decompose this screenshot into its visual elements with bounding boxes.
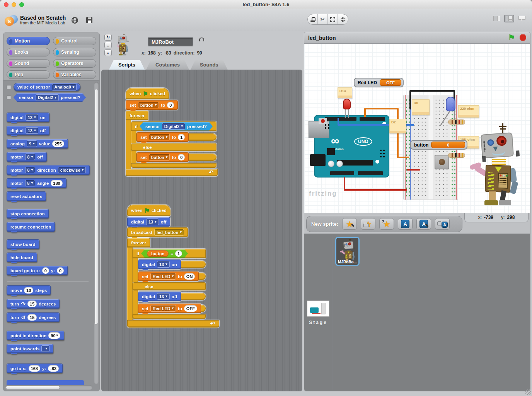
normal-stage-button[interactable] xyxy=(504,15,514,22)
new-letter-sprite-button[interactable]: A xyxy=(398,218,413,230)
block-stack[interactable]: point towards▾ xyxy=(7,344,53,353)
dropdown[interactable]: ▾ xyxy=(41,345,49,352)
block-stack[interactable]: digital13▾off xyxy=(138,292,181,301)
block-stack[interactable]: setbutton▾to1 xyxy=(136,132,189,142)
resize-grip[interactable] xyxy=(525,389,531,395)
block-stack[interactable]: setRed LED▾toOFF xyxy=(138,304,201,313)
scissors-tool-button[interactable]: ✂ xyxy=(318,14,328,24)
dropdown[interactable]: led_button▾ xyxy=(154,229,184,236)
value-dropdown[interactable]: 90▾ xyxy=(48,332,60,339)
paint-new-sprite-button[interactable]: ★✎ xyxy=(342,218,357,230)
block-stack[interactable]: turn↷15degrees xyxy=(7,299,60,309)
c-header[interactable]: ifbutton=1 xyxy=(133,249,206,258)
small-stage-button[interactable] xyxy=(492,15,502,22)
block-stack[interactable]: analog9▾value255 xyxy=(7,139,68,148)
dropdown[interactable]: 13▾ xyxy=(157,261,170,268)
value-input[interactable]: 0 xyxy=(178,154,185,160)
value-input[interactable]: 0 xyxy=(42,267,49,274)
dropdown[interactable]: Analog0▾ xyxy=(52,84,77,90)
no-rotate-style-button[interactable]: ▪ xyxy=(104,50,112,56)
save-button[interactable] xyxy=(84,15,95,25)
dropdown[interactable]: button▾ xyxy=(149,134,170,140)
c-block[interactable]: foreverifsensorDigital2▾pressed?setbutto… xyxy=(126,111,218,176)
category-motion[interactable]: Motion xyxy=(7,37,50,45)
script-stack[interactable]: when⚑clickedsetbutton▾to0foreverifsensor… xyxy=(126,88,218,176)
shrink-sprite-button[interactable] xyxy=(338,14,348,24)
stage[interactable]: ∞ UNO Arduino xyxy=(304,44,530,213)
block-stack[interactable]: digital13▾off xyxy=(127,217,170,227)
dropdown[interactable]: 13▾ xyxy=(146,218,159,225)
boolean-block[interactable]: sensorDigital2▾pressed? xyxy=(140,122,213,131)
c-header[interactable]: forever xyxy=(126,111,148,120)
flip-style-button[interactable]: ↔ xyxy=(104,42,112,48)
dropdown[interactable]: button▾ xyxy=(138,102,159,108)
block-stack[interactable]: reset actuators xyxy=(7,191,46,201)
grow-sprite-button[interactable] xyxy=(328,14,338,24)
value-input[interactable]: 168 xyxy=(29,365,40,372)
dropdown[interactable]: 8▾ xyxy=(25,180,36,186)
category-pen[interactable]: Pen xyxy=(7,70,50,79)
dropdown[interactable]: 9▾ xyxy=(27,140,37,147)
dropdown[interactable]: 13▾ xyxy=(157,293,170,300)
green-flag-button[interactable]: ⚑ xyxy=(508,34,515,41)
tab-costumes[interactable]: Costumes xyxy=(146,60,189,70)
random-sprite-button[interactable]: ★? xyxy=(379,218,394,230)
dropdown[interactable]: 8▾ xyxy=(25,167,36,173)
red-led-watcher[interactable]: Red LED OFF xyxy=(354,78,404,87)
dropdown[interactable]: Digital2▾ xyxy=(36,94,59,101)
value-input[interactable]: 15 xyxy=(27,314,37,321)
block-stack[interactable]: setbutton▾to0 xyxy=(126,100,178,110)
block-stack[interactable]: board go to x:0y:0 xyxy=(7,266,68,275)
block-stack[interactable]: setbutton▾to0 xyxy=(136,152,189,162)
block-stack[interactable]: resume connection xyxy=(7,222,55,232)
c-header[interactable]: forever xyxy=(127,238,150,248)
block-stack[interactable]: motor8▾directionclockwise▾ xyxy=(7,165,90,175)
c-block[interactable]: ifsensorDigital2▾pressed?setbutton▾to1el… xyxy=(131,121,217,168)
block-stack[interactable]: digital13▾on xyxy=(7,113,49,122)
open-sprite-file-button[interactable]: ★ xyxy=(361,218,375,230)
stop-button[interactable] xyxy=(520,34,526,41)
category-variables[interactable]: Variables xyxy=(53,70,96,79)
block-hat[interactable]: when⚑clicked xyxy=(126,88,169,99)
c-block[interactable]: ifbutton=1digital13▾onsetRed LED▾toONels… xyxy=(133,249,206,319)
value-input[interactable]: OFF xyxy=(184,305,197,312)
script-stack[interactable]: when⚑clickeddigital13▾offbroadcastled_bu… xyxy=(127,205,219,328)
category-looks[interactable]: Looks xyxy=(7,48,50,56)
variable-reporter[interactable]: button xyxy=(147,250,169,257)
value-input[interactable]: ON xyxy=(184,273,195,280)
value-input[interactable]: 10 xyxy=(24,287,33,294)
block-hat[interactable]: when⚑clicked xyxy=(127,205,171,216)
value-input[interactable]: 255 xyxy=(52,140,64,147)
dropdown[interactable]: 13▾ xyxy=(26,127,38,134)
block-stack[interactable]: setRed LED▾toON xyxy=(138,271,199,281)
value-input[interactable]: 1 xyxy=(178,134,185,140)
dropdown[interactable]: Red LED▾ xyxy=(150,273,176,280)
block-stack[interactable]: go to x:168y:-83 xyxy=(7,364,63,373)
palette-vertical-scrollbar[interactable] xyxy=(94,82,99,384)
dropdown[interactable]: Red LED▾ xyxy=(150,305,176,312)
value-input[interactable]: 1 xyxy=(175,250,182,257)
paint-letter-sprite-button[interactable]: A✎ xyxy=(416,218,431,230)
value-input[interactable]: 0 xyxy=(57,267,64,274)
block-stack[interactable]: digital13▾on xyxy=(138,259,181,269)
button-watcher[interactable]: button 0 xyxy=(410,140,467,150)
block-stack[interactable]: hide board xyxy=(7,253,37,262)
c-block[interactable]: foreverifbutton=1digital13▾onsetRed LED▾… xyxy=(127,238,219,328)
block-stack[interactable]: point in direction90▾ xyxy=(7,331,64,340)
block-rep[interactable]: value of sensorAnalog0▾ xyxy=(14,83,80,91)
open-letter-sprite-button[interactable]: A xyxy=(435,218,450,230)
category-control[interactable]: Control xyxy=(53,37,96,45)
tab-sounds[interactable]: Sounds xyxy=(191,60,228,70)
stamp-tool-button[interactable] xyxy=(308,14,318,24)
category-sound[interactable]: Sound xyxy=(7,59,50,68)
sprite-list-item-selected[interactable]: MJRoBo... xyxy=(335,237,360,266)
watcher-checkbox[interactable] xyxy=(7,95,11,100)
value-input[interactable]: 15 xyxy=(27,300,37,307)
block-stack[interactable]: motor8▾off xyxy=(7,152,47,162)
c-header[interactable]: ifsensorDigital2▾pressed? xyxy=(131,121,217,131)
tab-scripts[interactable]: Scripts xyxy=(109,60,145,70)
category-operators[interactable]: Operators xyxy=(53,59,96,68)
dropdown[interactable]: 8▾ xyxy=(25,154,36,160)
stage-list-item[interactable]: Stage xyxy=(307,300,329,325)
language-button[interactable] xyxy=(69,15,80,25)
